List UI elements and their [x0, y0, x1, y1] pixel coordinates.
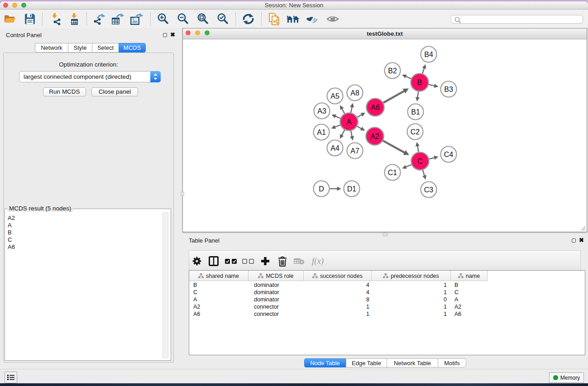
- svg-text:C: C: [417, 157, 423, 165]
- svg-text:A3: A3: [317, 107, 326, 115]
- svg-text:A1: A1: [317, 129, 326, 136]
- svg-text:B2: B2: [388, 67, 397, 75]
- svg-text:A5: A5: [330, 92, 339, 100]
- svg-text:B: B: [417, 79, 422, 86]
- svg-text:C3: C3: [424, 186, 434, 194]
- svg-text:A: A: [347, 118, 352, 126]
- svg-text:D1: D1: [347, 185, 357, 193]
- svg-text:C1: C1: [388, 169, 397, 176]
- svg-text:C2: C2: [411, 128, 420, 136]
- svg-text:B3: B3: [444, 86, 453, 93]
- svg-text:B4: B4: [424, 51, 433, 58]
- svg-text:A6: A6: [371, 104, 380, 111]
- svg-text:A7: A7: [350, 147, 359, 155]
- svg-text:A8: A8: [350, 89, 359, 97]
- svg-text:A2: A2: [370, 133, 379, 140]
- svg-text:C4: C4: [444, 151, 454, 158]
- svg-text:D: D: [319, 185, 324, 193]
- svg-text:B1: B1: [411, 108, 420, 116]
- svg-text:A4: A4: [330, 144, 339, 152]
